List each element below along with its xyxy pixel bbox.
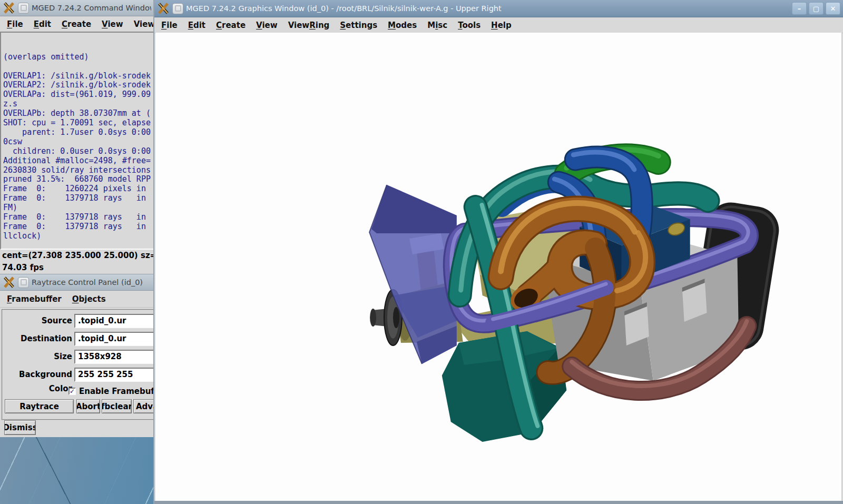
- raytrace-button[interactable]: Raytrace: [5, 399, 74, 413]
- graphics-window-title: MGED 7.24.2 Graphics Window (id_0) - /ro…: [186, 4, 789, 13]
- maximize-icon[interactable]: ▢: [809, 2, 824, 15]
- menu-file[interactable]: File: [156, 21, 183, 30]
- window-menu-icon[interactable]: [18, 3, 29, 14]
- menu-edit[interactable]: Edit: [183, 21, 211, 30]
- menu-tools[interactable]: Tools: [453, 21, 486, 30]
- mged-logo-icon: [3, 276, 15, 289]
- terminal-output[interactable]: (overlaps omitted) OVERLAP1: /silnik.g/b…: [0, 32, 154, 250]
- command-window: MGED 7.24.2 Command Window (id FileEditC…: [0, 0, 154, 274]
- terminal-lines: (overlaps omitted) OVERLAP1: /silnik.g/b…: [3, 53, 153, 250]
- abort-button[interactable]: Abort: [76, 399, 100, 413]
- size-input[interactable]: 1358x928: [74, 350, 154, 364]
- raytrace-panel-title: Raytrace Control Panel (id_0): [32, 278, 151, 286]
- menu-view[interactable]: View: [251, 21, 283, 30]
- menu-settings[interactable]: Settings: [335, 21, 383, 30]
- menu-help[interactable]: Help: [486, 21, 517, 30]
- mged-logo-icon: [157, 2, 170, 15]
- enable-framebuffer-row: ✓ Enable Framebuffer: [68, 386, 154, 397]
- graphics-canvas[interactable]: [155, 33, 842, 501]
- raytrace-panel-titlebar[interactable]: Raytrace Control Panel (id_0): [0, 274, 154, 291]
- close-icon[interactable]: ✕: [826, 2, 840, 15]
- graphics-window-menubar: FileEditCreateViewViewRingSettingsModesM…: [154, 17, 843, 33]
- graphics-window: MGED 7.24.2 Graphics Window (id_0) - /ro…: [153, 0, 843, 504]
- menu-misc[interactable]: Misc: [422, 21, 453, 30]
- dismiss-button[interactable]: Dismiss: [4, 420, 36, 435]
- source-label: Source: [0, 314, 72, 328]
- source-input[interactable]: .topid_0.ur: [74, 314, 154, 328]
- minimize-icon[interactable]: –: [792, 2, 807, 15]
- checkmark-icon: ✓: [70, 388, 75, 394]
- command-window-titlebar[interactable]: MGED 7.24.2 Command Window (id: [0, 0, 154, 16]
- fbclear-button[interactable]: fbclear: [102, 399, 132, 413]
- advanced-button[interactable]: Adva: [133, 399, 154, 413]
- menu-framebuffer[interactable]: Framebuffer: [2, 294, 67, 304]
- menu-viewring[interactable]: ViewRing: [283, 21, 335, 30]
- command-window-menubar: FileEditCreateViewViewRingSe: [0, 16, 154, 32]
- raytrace-panel-menubar: FramebufferObjects: [0, 291, 154, 308]
- size-label: Size: [0, 350, 72, 364]
- window-menu-icon[interactable]: [18, 277, 29, 288]
- enable-framebuffer-checkbox[interactable]: ✓: [68, 388, 76, 395]
- destination-input[interactable]: .topid_0.ur: [74, 332, 154, 346]
- enable-framebuffer-label: Enable Framebuffer: [79, 387, 154, 396]
- fps-status: 74.03 fps: [0, 262, 154, 274]
- command-status-area: cent=(27.308 235.000 25.000) sz=1915.383…: [0, 250, 154, 274]
- window-controls: – ▢ ✕: [792, 2, 840, 15]
- menu-create[interactable]: Create: [211, 21, 251, 30]
- window-menu-icon[interactable]: [172, 3, 183, 14]
- command-window-title: MGED 7.24.2 Command Window (id: [32, 4, 151, 12]
- raytrace-control-panel: Raytrace Control Panel (id_0) Framebuffe…: [0, 274, 154, 437]
- background-color-label: Background Color: [0, 368, 72, 396]
- menu-edit[interactable]: Edit: [28, 19, 56, 29]
- graphics-window-titlebar[interactable]: MGED 7.24.2 Graphics Window (id_0) - /ro…: [154, 0, 843, 17]
- menu-objects[interactable]: Objects: [67, 294, 111, 304]
- destination-label: Destination: [0, 332, 72, 346]
- menu-modes[interactable]: Modes: [383, 21, 422, 30]
- background-color-input[interactable]: 255 255 255: [74, 368, 154, 382]
- view-center-status: cent=(27.308 235.000 25.000) sz=1915.383: [0, 250, 154, 262]
- mged-logo-icon: [3, 2, 15, 14]
- menu-view[interactable]: View: [96, 19, 129, 29]
- graphics-window-bottom-edge: [154, 501, 843, 504]
- engine-3d-model: [155, 33, 841, 501]
- menu-file[interactable]: File: [2, 19, 28, 29]
- menu-create[interactable]: Create: [56, 19, 96, 29]
